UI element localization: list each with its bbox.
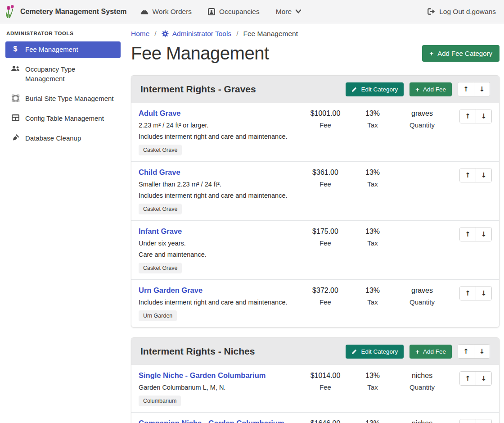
- fee-tax-cell: 13% Tax: [350, 109, 395, 129]
- fee-tax-value: 13%: [350, 372, 395, 380]
- breadcrumb-home-link[interactable]: Home: [131, 30, 149, 38]
- fee-name-link[interactable]: Adult Grave: [139, 109, 181, 118]
- fee-description: Includes interment right and care and ma…: [139, 133, 301, 140]
- move-category-down-button[interactable]: ↓: [474, 345, 490, 358]
- main-nav: Work Orders Occupancies More: [140, 8, 302, 16]
- fee-tax-value: 13%: [350, 227, 395, 236]
- move-category-down-button[interactable]: ↓: [474, 82, 490, 96]
- arrow-down-icon: ↓: [481, 375, 487, 382]
- add-fee-label: Add Fee: [423, 348, 446, 355]
- add-fee-button[interactable]: + Add Fee: [410, 82, 452, 96]
- move-fee-down-button[interactable]: ↓: [476, 168, 491, 182]
- fee-quantity-value: graves: [395, 287, 449, 295]
- fee-main: Single Niche - Garden Columbarium Garden…: [139, 371, 301, 406]
- fee-amount-cell: $361.00 Fee: [301, 168, 350, 188]
- sidebar-item-fee-management[interactable]: $ Fee Management: [5, 41, 121, 58]
- add-fee-category-button[interactable]: + Add Fee Category: [422, 45, 500, 62]
- move-fee-up-button[interactable]: ↑: [460, 287, 476, 300]
- fee-description: Includes interment right and care and ma…: [139, 299, 301, 306]
- move-fee-up-button[interactable]: ↑: [460, 372, 476, 385]
- category-actions: Edit Category + Add Fee ↑ ↓: [346, 344, 490, 359]
- fee-name-link[interactable]: Urn Garden Grave: [139, 286, 202, 295]
- fee-row: Companion Niche - Garden Columbarium Gar…: [131, 413, 499, 423]
- move-category-up-button[interactable]: ↑: [458, 82, 474, 96]
- gear-icon: [162, 30, 169, 37]
- fee-name-link[interactable]: Single Niche - Garden Columbarium: [139, 371, 266, 380]
- sidebar-item-config-table[interactable]: Config Table Management: [5, 110, 121, 127]
- fee-tax-value: 13%: [350, 419, 395, 423]
- breadcrumb-admin-tools-link[interactable]: Administrator Tools: [162, 30, 232, 38]
- fee-tax-cell: 13% Tax: [350, 419, 395, 423]
- category-header: Interment Rights - Graves Edit Category …: [131, 76, 499, 103]
- fee-main: Adult Grave 2.23 m² / 24 ft² or larger.I…: [139, 109, 301, 155]
- plus-icon: +: [415, 348, 419, 355]
- fee-row: Urn Garden Grave Includes interment righ…: [131, 280, 499, 327]
- move-fee-up-button[interactable]: ↑: [460, 227, 476, 241]
- sidebar-item-label: Database Cleanup: [25, 134, 81, 143]
- fee-row: Infant Grave Under six years.Care and ma…: [131, 221, 499, 280]
- breadcrumb-separator: /: [154, 30, 156, 38]
- fee-tax-value: 13%: [350, 287, 395, 295]
- edit-category-label: Edit Category: [361, 348, 398, 355]
- fee-name-link[interactable]: Child Grave: [139, 168, 180, 177]
- fee-reorder-group: ↑ ↓: [459, 286, 492, 300]
- edit-category-button[interactable]: Edit Category: [346, 82, 404, 96]
- fee-amount-cell: $1646.00 Fee: [301, 419, 350, 423]
- nav-label: Work Orders: [153, 8, 192, 16]
- move-category-up-button[interactable]: ↑: [458, 345, 474, 358]
- move-fee-down-button[interactable]: ↓: [476, 227, 491, 241]
- add-fee-button[interactable]: + Add Fee: [410, 345, 452, 359]
- move-fee-up-button[interactable]: ↑: [460, 419, 476, 423]
- fee-amount-value: $361.00: [301, 168, 350, 177]
- move-fee-down-button[interactable]: ↓: [476, 109, 491, 123]
- fee-type-badge: Columbarium: [139, 396, 181, 406]
- nav-label: More: [276, 8, 292, 16]
- fee-description: Smaller than 2.23 m² / 24 ft².: [139, 181, 301, 188]
- fee-type-badge: Urn Garden: [139, 310, 177, 321]
- move-fee-up-button[interactable]: ↑: [460, 109, 476, 123]
- fee-row: Child Grave Smaller than 2.23 m² / 24 ft…: [131, 162, 499, 221]
- categories: Interment Rights - Graves Edit Category …: [131, 75, 500, 423]
- move-fee-down-button[interactable]: ↓: [476, 372, 491, 385]
- nav-more[interactable]: More: [276, 8, 301, 16]
- logout-label: Log Out d.gowans: [439, 8, 496, 16]
- fee-amount-value: $1001.00: [301, 109, 350, 118]
- arrow-up-icon: ↑: [465, 375, 471, 382]
- sidebar-item-database-cleanup[interactable]: Database Cleanup: [5, 130, 121, 147]
- category-reorder-group: ↑ ↓: [458, 82, 490, 96]
- category-reorder-group: ↑ ↓: [458, 344, 490, 359]
- breadcrumb-separator: /: [236, 30, 238, 38]
- fee-name-link[interactable]: Infant Grave: [139, 227, 182, 236]
- sidebar-heading: Administrator Tools: [6, 31, 121, 36]
- move-fee-up-button[interactable]: ↑: [460, 168, 476, 182]
- fee-name-link[interactable]: Companion Niche - Garden Columbarium: [139, 419, 284, 423]
- move-fee-down-button[interactable]: ↓: [476, 287, 491, 300]
- arrow-down-icon: ↓: [481, 172, 487, 179]
- sidebar-item-label: Config Table Management: [25, 114, 104, 123]
- pencil-icon: [351, 349, 357, 355]
- move-fee-down-button[interactable]: ↓: [476, 419, 491, 423]
- category-actions: Edit Category + Add Fee ↑ ↓: [346, 82, 490, 96]
- pencil-icon: [351, 86, 357, 92]
- sidebar-item-burial-site-type[interactable]: Burial Site Type Management: [5, 91, 121, 107]
- logout-button[interactable]: Log Out d.gowans: [428, 8, 496, 16]
- add-fee-category-label: Add Fee Category: [437, 50, 492, 57]
- nav-occupancies[interactable]: Occupancies: [208, 8, 260, 16]
- fee-reorder-group: ↑ ↓: [459, 109, 492, 123]
- edit-category-label: Edit Category: [361, 86, 398, 93]
- arrow-up-icon: ↑: [463, 348, 469, 355]
- fee-main: Urn Garden Grave Includes interment righ…: [139, 286, 301, 321]
- fee-tax-cell: 13% Tax: [350, 168, 395, 188]
- arrow-up-icon: ↑: [465, 113, 471, 120]
- admin-sidebar: Administrator Tools $ Fee Management Occ…: [0, 23, 126, 150]
- fee-type-badge: Casket Grave: [139, 204, 182, 214]
- sidebar-item-occupancy-type[interactable]: Occupancy Type Management: [5, 61, 121, 87]
- fee-amount-value: $372.00: [301, 287, 350, 295]
- fee-amount-label: Fee: [301, 298, 350, 306]
- fee-description: Includes interment right and care and ma…: [139, 192, 301, 199]
- nav-work-orders[interactable]: Work Orders: [140, 8, 192, 16]
- app-brand[interactable]: Cemetery Management System: [4, 5, 127, 18]
- table-icon: [11, 114, 20, 121]
- fee-amount-value: $1646.00: [301, 419, 350, 423]
- edit-category-button[interactable]: Edit Category: [346, 345, 404, 359]
